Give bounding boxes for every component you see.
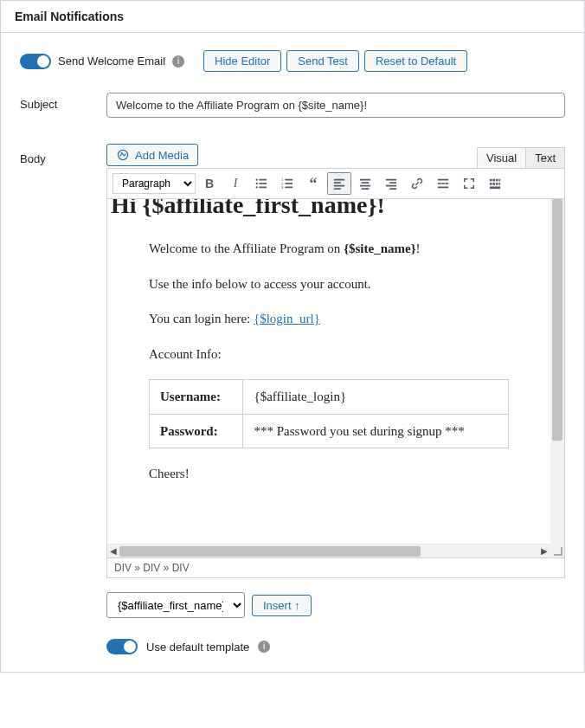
email-p2: Use the info below to access your accoun… <box>149 274 509 294</box>
svg-point-1 <box>121 152 123 154</box>
reset-to-default-button[interactable]: Reset to Default <box>364 50 467 72</box>
svg-rect-29 <box>446 183 449 184</box>
svg-rect-9 <box>285 179 292 181</box>
email-notifications-panel: Email Notifications Send Welcome Email i… <box>0 0 585 673</box>
password-value-cell: *** Password you set during signup *** <box>243 414 509 448</box>
align-left-button[interactable] <box>327 172 351 195</box>
svg-rect-35 <box>490 183 492 185</box>
svg-rect-25 <box>389 188 396 190</box>
table-row: Password: *** Password you set during si… <box>150 414 509 448</box>
send-test-button[interactable]: Send Test <box>286 50 359 72</box>
info-icon[interactable]: i <box>172 55 184 68</box>
svg-rect-38 <box>498 183 500 185</box>
svg-rect-27 <box>438 183 441 184</box>
scroll-left-icon[interactable]: ◀ <box>107 546 119 556</box>
link-button[interactable] <box>405 172 429 195</box>
body-editor-area: Add Media Visual Text Paragraph B I <box>106 144 565 654</box>
svg-rect-33 <box>496 179 498 182</box>
use-default-template-label: Use default template <box>146 641 249 654</box>
variable-insert-row: {$affiliate_first_name} Insert ↑ <box>106 592 565 618</box>
editor-content[interactable]: Hi {$affiliate_first_name}! Welcome to t… <box>106 199 565 558</box>
blockquote-button[interactable]: “ <box>301 172 325 195</box>
svg-rect-17 <box>334 188 341 190</box>
insert-variable-button[interactable]: Insert ↑ <box>252 595 312 616</box>
svg-point-4 <box>256 183 258 184</box>
svg-rect-36 <box>492 183 495 185</box>
italic-button[interactable]: I <box>223 172 248 195</box>
editor-action-buttons: Hide Editor Send Test Reset to Default <box>203 50 467 72</box>
svg-rect-13 <box>285 187 292 189</box>
svg-text:3: 3 <box>281 185 284 190</box>
send-welcome-email-toggle[interactable] <box>20 54 51 69</box>
add-media-label: Add Media <box>135 149 189 162</box>
svg-rect-28 <box>441 183 445 184</box>
svg-rect-7 <box>259 187 267 189</box>
username-label-cell: Username: <box>150 380 243 415</box>
table-row: Username: {$affiliate_login} <box>150 380 509 415</box>
panel-title: Email Notifications <box>1 1 584 33</box>
svg-rect-26 <box>438 179 448 181</box>
email-p1: Welcome to the Affiliate Program on {$si… <box>149 239 509 259</box>
tab-text[interactable]: Text <box>525 147 565 168</box>
scroll-right-icon[interactable]: ▶ <box>538 546 550 556</box>
svg-rect-5 <box>259 183 267 184</box>
send-welcome-email-label: Send Welcome Email <box>58 55 165 68</box>
welcome-email-row: Send Welcome Email i Hide Editor Send Te… <box>20 50 565 72</box>
email-heading: Hi {$affiliate_first_name}! <box>111 199 509 223</box>
body-label: Body <box>20 144 106 165</box>
media-icon <box>116 148 130 162</box>
svg-rect-37 <box>496 183 498 185</box>
svg-rect-3 <box>259 179 267 181</box>
svg-rect-31 <box>490 179 492 182</box>
svg-rect-30 <box>438 187 448 189</box>
editor-vertical-scrollbar[interactable] <box>550 199 564 544</box>
svg-rect-21 <box>362 188 370 190</box>
add-media-button[interactable]: Add Media <box>106 144 198 166</box>
align-center-button[interactable] <box>353 172 377 195</box>
svg-rect-39 <box>490 187 500 190</box>
editor-toolbar: Paragraph B I 123 “ <box>106 168 565 199</box>
svg-rect-32 <box>492 179 495 182</box>
svg-rect-24 <box>386 185 396 187</box>
bold-button[interactable]: B <box>197 172 222 195</box>
svg-rect-18 <box>360 179 370 181</box>
account-info-table: Username: {$affiliate_login} Password: *… <box>149 379 509 448</box>
svg-rect-23 <box>389 182 396 184</box>
toolbar-toggle-button[interactable] <box>483 172 507 195</box>
svg-point-6 <box>256 186 258 188</box>
subject-input[interactable] <box>106 93 565 118</box>
email-p4: Account Info: <box>149 345 509 364</box>
fullscreen-button[interactable] <box>457 172 481 195</box>
body-row: Body Add Media Visual Text <box>20 144 565 654</box>
editor-body-text[interactable]: Hi {$affiliate_first_name}! Welcome to t… <box>107 199 550 557</box>
tab-visual[interactable]: Visual <box>477 147 526 168</box>
numbered-list-button[interactable]: 123 <box>275 172 299 195</box>
email-p3: You can login here: {$login_url} <box>149 309 509 329</box>
svg-point-2 <box>256 178 258 180</box>
editor-horizontal-scrollbar[interactable]: ◀ ▶ <box>107 544 550 557</box>
align-right-button[interactable] <box>379 172 403 195</box>
svg-rect-20 <box>360 185 370 187</box>
format-select[interactable]: Paragraph <box>112 173 196 194</box>
use-default-template-toggle[interactable] <box>106 639 138 654</box>
variable-select[interactable]: {$affiliate_first_name} <box>106 592 245 618</box>
login-url-link[interactable]: {$login_url} <box>254 312 320 325</box>
svg-rect-22 <box>386 179 396 181</box>
editor-resize-handle[interactable] <box>550 544 564 557</box>
password-label-cell: Password: <box>150 414 243 448</box>
subject-row: Subject <box>20 93 565 118</box>
read-more-button[interactable] <box>431 172 455 195</box>
bullet-list-button[interactable] <box>249 172 273 195</box>
svg-rect-15 <box>334 182 341 184</box>
info-icon[interactable]: i <box>258 641 270 653</box>
editor-status-bar: DIV » DIV » DIV <box>106 558 565 578</box>
username-value-cell: {$affiliate_login} <box>243 380 509 415</box>
svg-rect-11 <box>285 183 292 184</box>
panel-body: Send Welcome Email i Hide Editor Send Te… <box>1 33 584 672</box>
email-p5: Cheers! <box>149 464 509 484</box>
svg-rect-34 <box>498 179 500 182</box>
svg-rect-16 <box>334 185 344 187</box>
svg-rect-19 <box>362 182 370 184</box>
hide-editor-button[interactable]: Hide Editor <box>203 50 281 72</box>
subject-label: Subject <box>20 93 106 111</box>
